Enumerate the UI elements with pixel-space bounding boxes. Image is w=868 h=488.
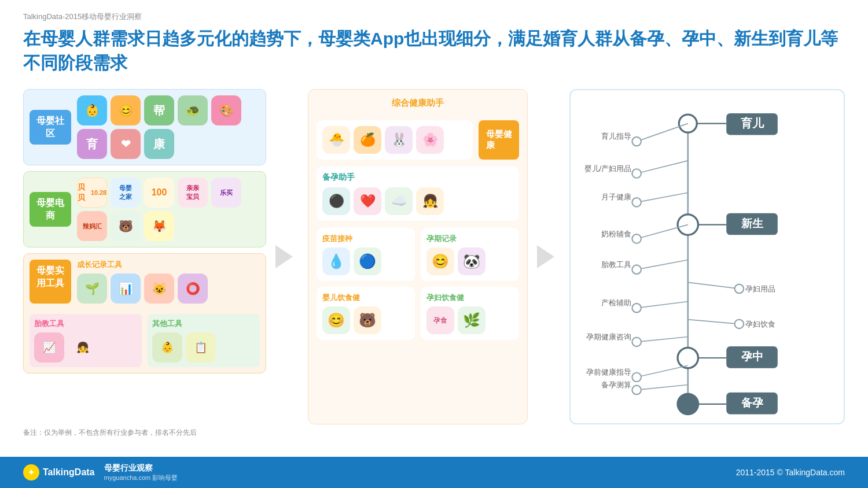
svg-line-23	[637, 260, 688, 270]
pregnant-food-box: 孕妇饮食健 孕食 🌿	[421, 287, 519, 340]
vaccine-icon: 🔵	[354, 247, 381, 275]
category-ecommerce: 母婴电商 贝贝10.28 母婴之家 100 亲亲宝贝 乐买 辣妈汇 🐻 🦊	[23, 171, 266, 247]
middle-section: 综合健康助手 🐣 🍊 🐰 🌸 母婴健康 备孕助手	[308, 89, 528, 424]
svg-text:胎教工具: 胎教工具	[601, 260, 631, 269]
svg-point-24	[632, 265, 641, 274]
fetal-tools-label: 胎教工具	[34, 319, 137, 329]
pregnancy-prep-box: 备孕助手 ⚫ ❤️ ☁️ 👧	[317, 167, 519, 221]
vaccine-icon: 💧	[322, 247, 350, 275]
pregnant-food-icon: 孕食	[426, 306, 454, 334]
prep-icon: 👧	[416, 187, 444, 215]
social-label: 母婴社区	[30, 110, 71, 145]
prep-icons: ⚫ ❤️ ☁️ 👧	[322, 187, 513, 215]
app-icon: 帮	[144, 95, 174, 125]
app-icon: 🦊	[144, 211, 174, 241]
svg-point-43	[632, 372, 641, 382]
record-icon: 😊	[426, 247, 454, 275]
health-icon: 🍊	[354, 126, 381, 154]
svg-marker-0	[275, 245, 293, 268]
svg-text:婴儿/产妇用品: 婴儿/产妇用品	[584, 164, 632, 173]
app-icon: 😺	[144, 273, 174, 304]
svg-text:孕妇饮食: 孕妇饮食	[745, 320, 775, 328]
baby-food-icons: 😊 🐻	[322, 306, 409, 334]
baby-food-icon: 🐻	[354, 306, 381, 334]
baby-food-box: 婴儿饮食健 😊 🐻	[317, 287, 415, 340]
diagram-svg: 育儿 育儿指导 婴儿/产妇用品 月子健康 新生	[571, 90, 844, 423]
brand-name: TalkingData	[43, 467, 95, 478]
svg-point-27	[735, 284, 744, 294]
ecommerce-apps: 贝贝10.28 母婴之家 100 亲亲宝贝 乐买 辣妈汇 🐻 🦊	[77, 178, 260, 241]
health-icons: 🐣 🍊 🐰 🌸	[322, 126, 467, 154]
app-icon: 👶	[152, 332, 182, 363]
footer-left: ✦ TalkingData 母婴行业观察 myguancha.com 影响母婴	[23, 463, 178, 482]
svg-line-7	[637, 124, 688, 142]
svg-text:备孕测算: 备孕测算	[601, 380, 631, 389]
vaccine-title: 疫苗接种	[322, 234, 409, 244]
prep-icon: ❤️	[354, 187, 381, 215]
svg-point-8	[632, 137, 641, 146]
svg-text:孕妇用品: 孕妇用品	[745, 284, 775, 293]
health-icon: 🌸	[416, 126, 444, 154]
left-section: 母婴社区 👶 😊 帮 🐢 🎨 育 ❤ 康 母婴电商 贝贝10.28 母婴之家	[23, 89, 266, 424]
app-icon: 亲亲宝贝	[178, 178, 208, 208]
other-tools-label: 其他工具	[152, 319, 255, 329]
pregnant-food-icon: 🌿	[458, 306, 486, 334]
svg-point-48	[678, 394, 698, 414]
svg-line-35	[637, 337, 688, 342]
note-text: 备注：仅为举例，不包含所有行业参与者，排名不分先后	[23, 428, 845, 438]
pregnant-food-icons: 孕食 🌿	[426, 306, 513, 334]
baby-food-icon: 😊	[322, 306, 350, 334]
svg-text:育儿指导: 育儿指导	[601, 132, 631, 141]
tools-content: 成长记录工具 🌱 📊 😺 ⭕	[77, 260, 260, 304]
svg-text:育儿: 育儿	[741, 116, 764, 130]
growth-tools-label: 成长记录工具	[77, 260, 260, 270]
svg-line-42	[637, 365, 688, 377]
svg-text:孕前健康指导: 孕前健康指导	[586, 368, 631, 376]
category-social: 母婴社区 👶 😊 帮 🐢 🎨 育 ❤ 康	[23, 89, 266, 165]
health-icon: 🐰	[385, 126, 413, 154]
baby-food-title: 婴儿饮食健	[322, 293, 409, 303]
footer: ✦ TalkingData 母婴行业观察 myguancha.com 影响母婴 …	[0, 457, 868, 488]
ecommerce-label: 母婴电商	[30, 192, 71, 227]
partner-info: 母婴行业观察 myguancha.com 影响母婴	[104, 463, 178, 482]
svg-text:新生: 新生	[741, 217, 764, 230]
svg-point-38	[678, 347, 698, 368]
svg-point-11	[632, 169, 641, 178]
app-icon: ❤	[111, 129, 141, 159]
app-icon: 📈	[34, 332, 64, 363]
vaccine-box: 疫苗接种 💧 🔵	[317, 228, 415, 281]
prep-icon: ☁️	[385, 187, 413, 215]
app-icon: 贝贝10.28	[77, 178, 107, 208]
app-icon: 📊	[111, 273, 141, 304]
tools-label: 母婴实用工具	[30, 260, 71, 304]
app-icon: 👶	[77, 95, 107, 125]
app-icon: 🎨	[211, 95, 241, 125]
svg-point-46	[632, 386, 641, 395]
app-icon: 育	[77, 129, 107, 159]
app-icon: 🐻	[111, 211, 141, 241]
right-section: 育儿 育儿指导 婴儿/产妇用品 月子健康 新生	[569, 89, 845, 424]
vaccine-icons: 💧 🔵	[322, 247, 409, 275]
growth-tools-icons: 🌱 📊 😺 ⭕	[77, 273, 260, 304]
svg-text:奶粉辅食: 奶粉辅食	[601, 230, 631, 238]
app-icon: 100	[144, 178, 174, 208]
logo-icon: ✦	[23, 464, 39, 480]
middle-top-row: 🐣 🍊 🐰 🌸 母婴健康	[317, 120, 519, 160]
svg-point-30	[632, 304, 641, 313]
main-title: 在母婴人群需求日趋多元化的趋势下，母婴类App也出现细分，满足婚育人群从备孕、孕…	[23, 27, 845, 75]
sub-tools-row: 胎教工具 📈 👧 其他工具 👶 📋	[30, 314, 260, 367]
svg-line-13	[637, 193, 688, 202]
svg-point-21	[632, 234, 641, 243]
footer-copyright: 2011-2015 © TalkingData.com	[736, 468, 845, 477]
pregnant-food-title: 孕妇饮食健	[426, 293, 513, 303]
record-icons: 😊 🐼	[426, 247, 513, 275]
record-icon: 🐼	[458, 247, 486, 275]
health-box: 🐣 🍊 🐰 🌸	[317, 120, 473, 160]
social-apps: 👶 😊 帮 🐢 🎨 育 ❤ 康	[77, 95, 260, 159]
app-icon: 辣妈汇	[77, 211, 107, 241]
svg-line-26	[688, 282, 740, 289]
prep-icon: ⚫	[322, 187, 350, 215]
svg-text:备孕: 备孕	[741, 397, 764, 409]
other-tools-box: 其他工具 👶 📋	[148, 314, 260, 367]
other-icons: 👶 📋	[152, 332, 255, 363]
